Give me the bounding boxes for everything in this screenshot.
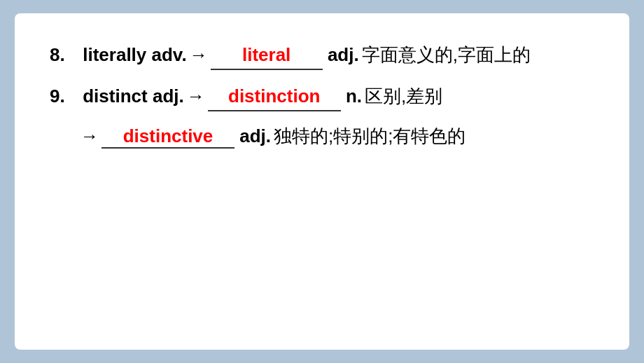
- entry-8-pos: adv.: [152, 41, 187, 69]
- entry-9-answer-pos: n.: [341, 83, 362, 110]
- sub-entry-answer-pos: adj.: [234, 125, 271, 147]
- sub-entry-answer: distinctive: [102, 125, 234, 149]
- entry-9-answer: distinction: [208, 83, 341, 111]
- entry-8-number: 8.: [50, 41, 78, 69]
- entry-9-arrow: →: [187, 83, 205, 110]
- entry-8-answer-pos: adj.: [323, 41, 359, 69]
- entry-8-description: 字面意义的,字面上的: [362, 41, 531, 69]
- entry-8-word: literally: [78, 41, 152, 69]
- entry-9-number: 9.: [50, 83, 78, 110]
- slide-container: 8. literally adv. → literal adj. 字面意义的,字…: [15, 13, 629, 350]
- entry-8-arrow: →: [190, 41, 208, 69]
- sub-entry-arrow: →: [80, 125, 99, 147]
- entry-8: 8. literally adv. → literal adj. 字面意义的,字…: [50, 41, 594, 70]
- entry-8-answer: literal: [211, 41, 323, 70]
- sub-entry-description: 独特的;特别的;有特色的: [274, 124, 465, 149]
- sub-entry-distinctive: → distinctive adj. 独特的;特别的;有特色的: [78, 124, 594, 149]
- entry-9: 9. distinct adj. → distinction n. 区别,差别: [50, 83, 594, 111]
- entry-9-pos: adj.: [153, 83, 184, 110]
- entry-9-word: distinct: [78, 83, 153, 110]
- entry-9-description: 区别,差别: [365, 83, 442, 110]
